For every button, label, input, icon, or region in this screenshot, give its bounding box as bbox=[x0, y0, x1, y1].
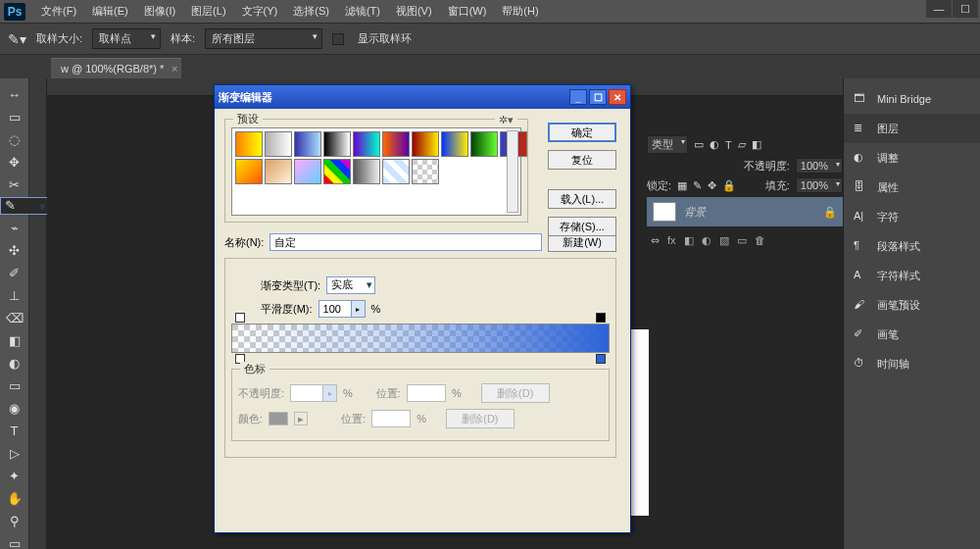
panel-timeline[interactable]: ⏱时间轴 bbox=[844, 349, 980, 378]
tool-swatches[interactable]: ▭ bbox=[2, 532, 27, 549]
adj-layer-icon[interactable]: ◐ bbox=[702, 234, 711, 247]
gradtype-select[interactable]: 实底 bbox=[326, 276, 375, 294]
new-layer-icon[interactable]: ▭ bbox=[737, 234, 747, 247]
filter-icon[interactable]: ▭ bbox=[694, 138, 704, 151]
folder-icon[interactable]: ▧ bbox=[719, 234, 729, 247]
panel-char[interactable]: A|字符 bbox=[844, 202, 980, 231]
preset-swatch[interactable] bbox=[323, 159, 351, 184]
panel-brush[interactable]: ✐画笔 bbox=[844, 320, 980, 349]
presets-menu-icon[interactable]: ✲▾ bbox=[495, 114, 517, 126]
close-tab-icon[interactable]: × bbox=[172, 63, 177, 75]
preset-swatch[interactable] bbox=[470, 131, 498, 157]
menu-edit[interactable]: 编辑(E) bbox=[84, 4, 136, 19]
dialog-close-icon[interactable]: ✕ bbox=[609, 89, 626, 105]
preset-swatch[interactable] bbox=[294, 159, 321, 184]
panel-adjust[interactable]: ◐调整 bbox=[844, 143, 980, 173]
dialog-maximize-icon[interactable]: ☐ bbox=[589, 89, 607, 105]
tool-dodge[interactable]: ▭ bbox=[2, 374, 27, 396]
menu-select[interactable]: 选择(S) bbox=[285, 4, 337, 19]
load-button[interactable]: 载入(L)... bbox=[548, 189, 616, 209]
menu-type[interactable]: 文字(Y) bbox=[234, 4, 286, 19]
filter-icon[interactable]: ◧ bbox=[752, 138, 761, 151]
tool-move[interactable]: ↔ bbox=[2, 83, 27, 105]
preset-swatch[interactable] bbox=[353, 131, 380, 157]
sample-size-select[interactable]: 取样点 bbox=[92, 28, 161, 49]
tool-hand[interactable]: ✋ bbox=[2, 487, 27, 509]
filter-icon[interactable]: ▱ bbox=[738, 138, 746, 151]
panel-parastyle[interactable]: ¶段落样式 bbox=[844, 231, 980, 261]
spinner-arrow-icon[interactable]: ▸ bbox=[352, 300, 366, 318]
preset-swatch[interactable] bbox=[441, 131, 468, 157]
preset-swatch[interactable] bbox=[294, 131, 321, 157]
panel-charstyle[interactable]: A字符样式 bbox=[844, 261, 980, 290]
tool-eraser[interactable]: ⌫ bbox=[2, 307, 27, 328]
opacity-select[interactable]: 100% bbox=[796, 158, 843, 174]
dialog-titlebar[interactable]: 渐变编辑器 _ ☐ ✕ bbox=[215, 85, 630, 109]
preset-swatch[interactable] bbox=[382, 131, 410, 157]
tool-eyedropper[interactable]: ✎ bbox=[0, 197, 49, 215]
menu-file[interactable]: 文件(F) bbox=[33, 4, 84, 19]
link-icon[interactable]: ⇔ bbox=[651, 234, 660, 247]
lock-move-icon[interactable]: ✥ bbox=[708, 179, 716, 192]
document-tab[interactable]: w @ 100%(RGB/8*) * × bbox=[51, 58, 181, 78]
fx-icon[interactable]: fx bbox=[667, 234, 676, 247]
fill-select[interactable]: 100% bbox=[796, 177, 843, 193]
layer-row-bg[interactable]: 背景 🔒 bbox=[647, 197, 843, 226]
name-input[interactable] bbox=[270, 233, 542, 251]
preset-swatch[interactable] bbox=[265, 131, 292, 157]
tool-history[interactable]: ⊥ bbox=[2, 284, 27, 306]
color-stop-right[interactable] bbox=[596, 354, 606, 364]
tool-crop[interactable]: ✂ bbox=[2, 174, 27, 195]
window-maximize-icon[interactable]: ☐ bbox=[953, 0, 978, 18]
menu-view[interactable]: 视图(V) bbox=[388, 4, 440, 19]
tool-shape[interactable]: ✦ bbox=[2, 465, 27, 486]
tool-heal[interactable]: ⌁ bbox=[2, 217, 27, 238]
tool-quickselect[interactable]: ✥ bbox=[2, 151, 27, 173]
dialog-minimize-icon[interactable]: _ bbox=[569, 89, 587, 105]
panel-brushpreset[interactable]: 🖌画笔预设 bbox=[844, 290, 980, 320]
tool-stamp[interactable]: ✐ bbox=[2, 262, 27, 283]
panel-mini-bridge[interactable]: 🗔Mini Bridge bbox=[844, 84, 980, 114]
panel-layers[interactable]: ≣图层 bbox=[844, 114, 980, 143]
menu-window[interactable]: 窗口(W) bbox=[440, 4, 495, 19]
preset-swatch[interactable] bbox=[323, 131, 351, 157]
gradient-bar[interactable] bbox=[231, 324, 610, 353]
tool-blur[interactable]: ◐ bbox=[2, 352, 27, 374]
lock-all-icon[interactable]: 🔒 bbox=[722, 179, 736, 192]
menu-layer[interactable]: 图层(L) bbox=[183, 4, 233, 19]
opacity-stop-right[interactable] bbox=[596, 313, 606, 323]
preset-swatch[interactable] bbox=[412, 159, 439, 184]
preset-swatch[interactable] bbox=[265, 159, 292, 184]
tool-pen[interactable]: ◉ bbox=[2, 397, 27, 419]
save-button[interactable]: 存储(S)... bbox=[548, 217, 616, 236]
tool-type[interactable]: T bbox=[2, 420, 27, 441]
trash-icon[interactable]: 🗑 bbox=[755, 234, 765, 247]
mask-icon[interactable]: ◧ bbox=[684, 234, 694, 247]
menu-image[interactable]: 图像(I) bbox=[136, 4, 183, 19]
smooth-input[interactable] bbox=[318, 300, 352, 318]
presets-scrollbar[interactable] bbox=[507, 130, 518, 213]
tool-brush[interactable]: ✣ bbox=[2, 239, 27, 261]
sample-layers-select[interactable]: 所有图层 bbox=[205, 28, 322, 49]
preset-swatch[interactable] bbox=[382, 159, 410, 184]
lock-pixels-icon[interactable]: ▦ bbox=[677, 179, 687, 192]
layer-filter-select[interactable]: 类型 bbox=[647, 135, 688, 154]
menu-filter[interactable]: 滤镜(T) bbox=[337, 4, 388, 19]
reset-button[interactable]: 复位 bbox=[548, 150, 616, 170]
tool-marquee[interactable]: ▭ bbox=[2, 106, 27, 127]
filter-icon[interactable]: ◐ bbox=[710, 138, 719, 151]
panel-props[interactable]: 🗄属性 bbox=[844, 173, 980, 202]
opacity-stop-left[interactable] bbox=[235, 313, 245, 323]
tool-path[interactable]: ▷ bbox=[2, 442, 27, 464]
smooth-spinner[interactable]: ▸ bbox=[318, 300, 366, 318]
preset-swatch[interactable] bbox=[353, 159, 380, 184]
show-ring-checkbox[interactable] bbox=[332, 33, 344, 45]
preset-swatch[interactable] bbox=[412, 131, 439, 157]
lock-paint-icon[interactable]: ✎ bbox=[693, 179, 702, 192]
preset-swatch[interactable] bbox=[235, 159, 263, 184]
preset-swatch[interactable] bbox=[235, 131, 263, 157]
window-minimize-icon[interactable]: — bbox=[926, 0, 952, 18]
menu-help[interactable]: 帮助(H) bbox=[494, 4, 546, 19]
tool-zoom[interactable]: ⚲ bbox=[2, 510, 27, 531]
tool-gradient[interactable]: ◧ bbox=[2, 329, 27, 351]
